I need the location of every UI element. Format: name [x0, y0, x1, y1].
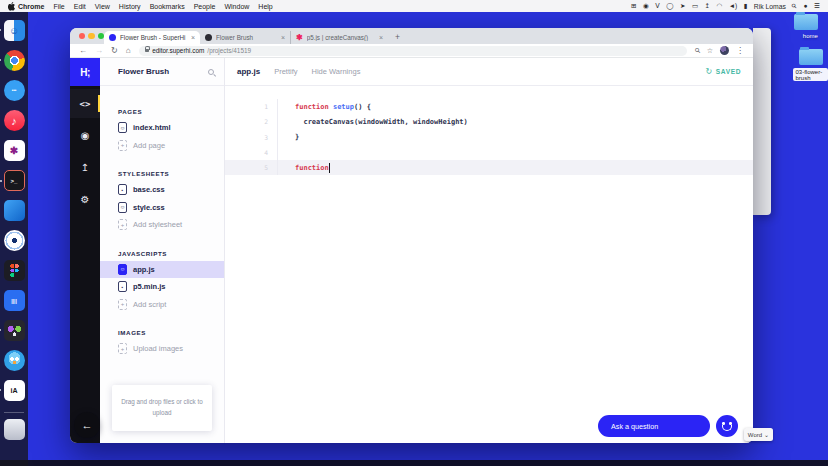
menu-item-file[interactable]: File	[53, 3, 64, 10]
dock-app-vscode[interactable]	[4, 200, 25, 221]
browser-menu-kebab-icon[interactable]: ⋮	[736, 47, 744, 55]
code-tool-icon[interactable]: <>	[70, 89, 100, 118]
forward-button[interactable]: →	[95, 47, 103, 55]
menu-item-bookmarks[interactable]: Bookmarks	[150, 3, 185, 10]
add-button-add-stylesheet[interactable]: +Add stylesheet	[100, 216, 224, 234]
back-circle-button[interactable]: ←	[74, 412, 100, 438]
dock-app-music[interactable]: ♪	[4, 110, 25, 131]
help-smiley-button[interactable]	[716, 415, 738, 437]
window-zoom-button[interactable]	[98, 33, 104, 39]
tab-1[interactable]: Flower Brush - SuperHi×	[104, 31, 200, 44]
profile-avatar[interactable]	[720, 46, 729, 55]
spotlight-search-icon[interactable]: ⚲	[791, 2, 799, 10]
menu-item-window[interactable]: Window	[224, 3, 249, 10]
ask-question-button[interactable]: Ask a question	[598, 415, 710, 437]
dock-app-media-app[interactable]	[4, 320, 25, 341]
code-text: createCanvas(windowWidth, windowHeight)	[278, 118, 468, 126]
menu-item-edit[interactable]: Edit	[74, 3, 86, 10]
add-button-add-page[interactable]: +Add page	[100, 137, 224, 155]
dock-app-slack[interactable]: ✱	[4, 140, 25, 161]
tab-favicon	[109, 34, 116, 41]
code-editor[interactable]: 1function setup() {2 createCanvas(window…	[225, 86, 753, 443]
menu-item-chrome[interactable]: Chrome	[18, 3, 44, 10]
file-item-index.html[interactable]: ☺index.html	[100, 119, 224, 137]
back-button[interactable]: ←	[79, 47, 87, 55]
running-indicator	[0, 329, 1, 331]
notification-center-icon[interactable]: ☰	[814, 3, 820, 10]
superhi-logo[interactable]: H;	[70, 58, 100, 86]
hide-warnings-button[interactable]: Hide Warnings	[311, 67, 360, 76]
tab-close-icon[interactable]: ×	[379, 34, 383, 41]
tab-close-icon[interactable]: ×	[191, 34, 195, 41]
siri-icon[interactable]: ●	[804, 3, 808, 10]
dock-app-terminal[interactable]: >_	[4, 170, 25, 191]
tab-3[interactable]: ✱p5.js | createCanvas()×	[290, 31, 388, 44]
circle-app-icon[interactable]: ◯	[666, 3, 673, 10]
dock-app-messages[interactable]: •••	[4, 80, 25, 101]
upload-icon[interactable]: ↥	[705, 3, 710, 10]
bookmark-star-icon[interactable]: ☆	[707, 47, 713, 54]
menu-item-people[interactable]: People	[194, 3, 216, 10]
zoom-icon[interactable]: ⚲	[693, 46, 702, 55]
code-line-3[interactable]: 3}	[225, 130, 753, 145]
window-minimize-button[interactable]	[88, 33, 94, 39]
address-bar[interactable]: editor.superhi.com/projects/41519	[139, 46, 687, 56]
dock-app-intercom[interactable]: ||||	[4, 290, 25, 311]
settings-gear-tool-icon[interactable]: ⚙	[70, 185, 100, 214]
desktop: Chrome FileEditViewHistoryBookmarksPeopl…	[0, 0, 828, 466]
desktop-icon-home[interactable]: home	[794, 14, 818, 39]
code-line-5[interactable]: 5function	[225, 160, 753, 175]
code-line-1[interactable]: 1function setup() {	[225, 99, 753, 114]
battery-icon[interactable]: ▮	[744, 3, 748, 10]
dock-app-bird-app[interactable]	[4, 350, 25, 371]
text-cursor	[329, 163, 330, 173]
desktop-icon-project-folder[interactable]: 03-flower-brush	[793, 49, 828, 81]
home-button[interactable]: ⌂	[126, 47, 131, 55]
plus-icon: +	[118, 219, 127, 230]
apple-menu-icon[interactable]	[8, 2, 16, 11]
new-tab-button[interactable]: +	[395, 33, 400, 42]
window-close-button[interactable]	[79, 33, 85, 39]
display-icon[interactable]: ▭	[692, 3, 698, 10]
line-number: 1	[225, 99, 278, 114]
file-item-base.css[interactable]: ▪base.css	[100, 181, 224, 199]
reload-button[interactable]: ↻	[111, 47, 118, 55]
dock-app-figma[interactable]	[4, 260, 25, 281]
wifi-icon[interactable]: ◠	[717, 3, 723, 10]
share-tool-icon[interactable]: ↥	[70, 153, 100, 182]
section-pages: PAGES☺index.html+Add page	[118, 108, 224, 154]
tab-2[interactable]: Flower Brush×	[200, 31, 290, 44]
menu-item-view[interactable]: View	[95, 3, 110, 10]
code-line-4[interactable]: 4	[225, 145, 753, 160]
dock-app-trash[interactable]	[4, 419, 25, 440]
file-item-p5.min.js[interactable]: ▪p5.min.js	[100, 278, 224, 296]
search-icon[interactable]	[208, 69, 214, 75]
file-item-style.css[interactable]: ☺style.css	[100, 199, 224, 217]
preview-eye-tool-icon[interactable]: ◉	[70, 121, 100, 150]
menu-item-history[interactable]: History	[119, 3, 141, 10]
v-app-icon[interactable]: Ⅴ	[655, 3, 659, 10]
tab-close-icon[interactable]: ×	[281, 34, 285, 41]
dock-app-finder[interactable]: ☺	[4, 20, 25, 41]
file-item-app.js[interactable]: ☺app.js	[100, 261, 224, 279]
menu-item-help[interactable]: Help	[258, 3, 272, 10]
file-panel: Flower Brush PAGES☺index.html+Add pageST…	[100, 58, 225, 443]
record-icon[interactable]: ◉	[643, 3, 649, 10]
plus-icon: +	[118, 343, 127, 354]
dock-app-round-app[interactable]	[4, 230, 25, 251]
screen-capture-icon[interactable]: ⊞	[631, 3, 636, 10]
desktop-icon-label: 03-flower-brush	[793, 68, 828, 81]
desktop-bottom-strip	[0, 460, 828, 466]
dock-app-chrome[interactable]	[4, 50, 25, 71]
locked-file-icon: ▪	[118, 281, 127, 292]
background-window[interactable]	[753, 28, 771, 215]
code-line-2[interactable]: 2 createCanvas(windowWidth, windowHeight…	[225, 114, 753, 129]
menu-user-name[interactable]: Rik Lomas	[754, 3, 786, 10]
add-button-upload-images[interactable]: +Upload images	[100, 340, 224, 358]
volume-icon[interactable]: ◄)	[729, 3, 738, 10]
dock-app-ia-writer[interactable]: iA	[4, 380, 25, 401]
pointer-icon[interactable]: ➤	[680, 3, 685, 10]
prettify-button[interactable]: Prettify	[274, 67, 297, 76]
upload-dropzone[interactable]: Drag and drop files or click to upload	[112, 385, 212, 431]
add-button-add-script[interactable]: +Add script	[100, 296, 224, 314]
